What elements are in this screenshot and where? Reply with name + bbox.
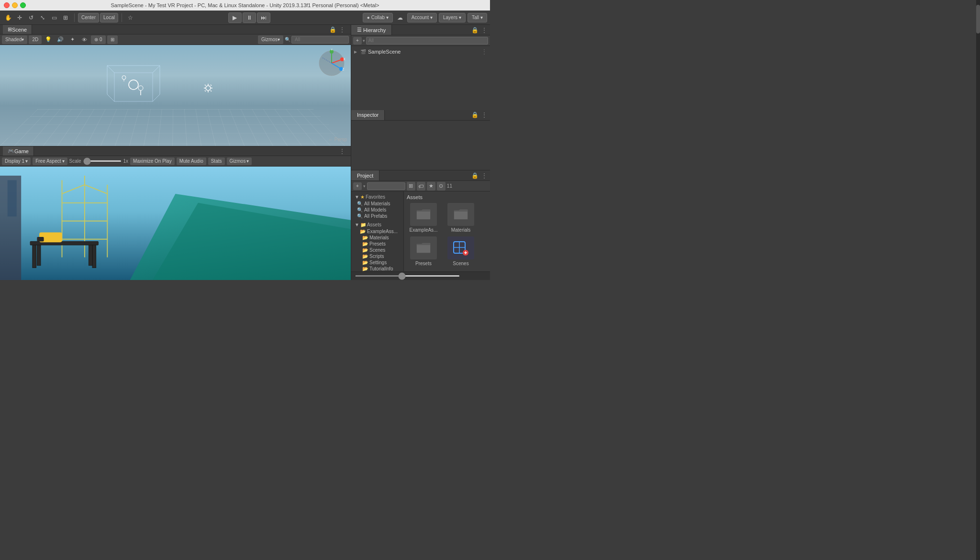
scene-audio-button[interactable]: 🔊 xyxy=(55,34,66,45)
sidebar-scenes[interactable]: 📂 Scenes xyxy=(353,247,401,253)
svg-text:X: X xyxy=(343,57,345,61)
main-toolbar: ✋ ✛ ↺ ⤡ ▭ ⊞ Center Local ☆ ▶ ⏸ ⏭ ● Colla… xyxy=(0,11,490,25)
hierarchy-add-arrow: ▾ xyxy=(363,38,365,43)
project-filter-packages[interactable]: ⊞ xyxy=(407,182,415,190)
favorite-models[interactable]: 🔍 All Models xyxy=(353,207,401,213)
project-item-scenes[interactable]: Scenes xyxy=(444,236,478,266)
favorite-prefabs[interactable]: 🔍 All Prefabs xyxy=(353,213,401,219)
scene-search-input[interactable] xyxy=(291,36,349,44)
project-item-presets[interactable]: Presets xyxy=(407,236,440,266)
stats-button[interactable]: Stats xyxy=(208,157,225,165)
scene-grid-button[interactable]: ⊞ xyxy=(107,35,118,44)
layout-button[interactable]: Tall ▾ xyxy=(468,13,487,22)
gizmos-arrow: ▾ xyxy=(278,37,280,42)
pause-button[interactable]: ⏸ xyxy=(243,12,256,23)
close-button[interactable] xyxy=(4,2,10,8)
sidebar-tutorialinfo[interactable]: 📂 TutorialInfo xyxy=(353,266,401,271)
inspector-tab[interactable]: Inspector xyxy=(351,110,385,120)
scene-show-button[interactable]: 👁 xyxy=(79,34,89,45)
sidebar-materials[interactable]: 📂 Materials xyxy=(353,235,401,241)
hierarchy-tab[interactable]: ☰ Hierarchy xyxy=(351,25,392,35)
hierarchy-add-button[interactable]: + xyxy=(353,37,362,45)
project-item-materials[interactable]: Materials xyxy=(444,203,478,233)
inspector-menu-button[interactable]: ⋮ xyxy=(480,111,488,119)
svg-line-21 xyxy=(205,90,206,91)
sidebar-settings[interactable]: 📂 Settings xyxy=(353,259,401,266)
svg-line-2 xyxy=(153,66,160,73)
game-tab[interactable]: 🎮 Game xyxy=(3,146,34,156)
maximize-button[interactable] xyxy=(20,2,26,8)
assets-header: Assets xyxy=(407,194,487,200)
display-button[interactable]: Display 1 ▾ xyxy=(2,157,31,165)
project-main: Assets ExampleAs... xyxy=(404,191,490,271)
minimize-button[interactable] xyxy=(12,2,18,8)
rotate-tool-button[interactable]: ↺ xyxy=(26,12,36,23)
hierarchy-lock-button[interactable]: 🔒 xyxy=(471,26,479,34)
project-lock-button[interactable]: 🔒 xyxy=(471,172,479,179)
project-tab[interactable]: Project xyxy=(351,170,379,180)
main-layout: ⊞ Scene 🔒 ⋮ Shaded ▾ 2D 💡 🔊 ✦ xyxy=(0,25,490,280)
project-search-input[interactable] xyxy=(367,182,405,190)
search-icon: 🔍 xyxy=(285,37,290,42)
project-add-arrow: ▾ xyxy=(363,184,366,189)
mute-audio-button[interactable]: Mute Audio xyxy=(177,157,206,165)
sidebar-scripts[interactable]: 📂 Scripts xyxy=(353,253,401,259)
orientation-gizmo[interactable]: Y X Z xyxy=(317,49,346,78)
gizmos-button[interactable]: Gizmos ▾ xyxy=(258,35,283,44)
scale-tool-button[interactable]: ⤡ xyxy=(37,12,48,23)
hierarchy-item-menu[interactable]: ⋮ xyxy=(481,48,487,55)
scene-light-button[interactable]: 💡 xyxy=(43,34,54,45)
project-filter-star[interactable]: ★ xyxy=(427,182,435,190)
collab-button[interactable]: ● Collab ▾ xyxy=(363,13,393,22)
render-mode-button[interactable]: Shaded ▾ xyxy=(2,35,27,44)
project-zoom-slider[interactable] xyxy=(355,275,460,277)
project-filter-labels[interactable]: 🏷 xyxy=(417,182,425,190)
sidebar-example-assets[interactable]: 📂 ExampleAss... xyxy=(353,228,401,235)
move-tool-button[interactable]: ✛ xyxy=(14,12,25,23)
hierarchy-search-input[interactable] xyxy=(366,37,488,45)
sidebar-presets[interactable]: 📂 Presets xyxy=(353,241,401,247)
game-menu-button[interactable]: ⋮ xyxy=(338,147,346,155)
scene-panel: ⊞ Scene 🔒 ⋮ Shaded ▾ 2D 💡 🔊 ✦ xyxy=(0,25,351,146)
scene-tab[interactable]: ⊞ Scene xyxy=(3,25,32,34)
svg-rect-45 xyxy=(33,245,36,268)
layers-arrow-icon: ▾ xyxy=(459,15,461,20)
project-filter-type[interactable]: ⊙ xyxy=(437,182,445,190)
2d-button[interactable]: 2D xyxy=(29,35,42,44)
center-button[interactable]: Center xyxy=(78,13,99,22)
unity-cube-icon xyxy=(451,239,470,257)
scale-value: 1x xyxy=(123,158,129,164)
project-item-example-assets[interactable]: ExampleAs... xyxy=(407,203,440,233)
game-scene-svg xyxy=(0,167,351,280)
project-menu-button[interactable]: ⋮ xyxy=(480,172,488,179)
transform-tool-button[interactable]: ⊞ xyxy=(60,12,71,23)
pivot-controls: Center Local xyxy=(78,13,118,22)
game-gizmos-button[interactable]: Gizmos ▾ xyxy=(227,157,252,165)
scene-menu-button[interactable]: ⋮ xyxy=(338,26,346,34)
svg-rect-52 xyxy=(8,180,17,216)
inspector-lock-button[interactable]: 🔒 xyxy=(471,111,479,119)
scene-viewport[interactable]: Y X Z ← Persp xyxy=(0,45,351,146)
extras-button[interactable]: ☆ xyxy=(125,12,136,23)
layers-button[interactable]: Layers ▾ xyxy=(439,13,466,22)
scene-effects-button[interactable]: ✦ xyxy=(67,34,78,45)
play-button[interactable]: ▶ xyxy=(228,12,242,23)
inspector-panel: Inspector 🔒 ⋮ xyxy=(351,110,490,170)
rect-tool-button[interactable]: ▭ xyxy=(49,12,59,23)
hand-tool-button[interactable]: ✋ xyxy=(3,12,13,23)
hierarchy-item-samplescene[interactable]: ▶ 🎬 SampleScene ⋮ xyxy=(353,48,488,56)
account-button[interactable]: Account ▾ xyxy=(407,13,437,22)
hierarchy-menu-button[interactable]: ⋮ xyxy=(480,26,488,34)
favorite-materials[interactable]: 🔍 All Materials xyxy=(353,201,401,207)
project-add-button[interactable]: + xyxy=(353,182,362,190)
cloud-button[interactable]: ☁ xyxy=(395,12,405,23)
maximize-on-play-button[interactable]: Maximize On Play xyxy=(130,157,175,165)
hierarchy-tab-label: Hierarchy xyxy=(363,27,386,33)
scene-layers-button[interactable]: ⊛ 0 xyxy=(91,35,105,44)
aspect-button[interactable]: Free Aspect ▾ xyxy=(33,157,67,165)
scene-lock-button[interactable]: 🔒 xyxy=(329,26,336,34)
local-button[interactable]: Local xyxy=(100,13,118,22)
step-button[interactable]: ⏭ xyxy=(257,12,270,23)
scale-slider[interactable] xyxy=(83,160,122,162)
layout-label: Tall xyxy=(472,15,479,20)
